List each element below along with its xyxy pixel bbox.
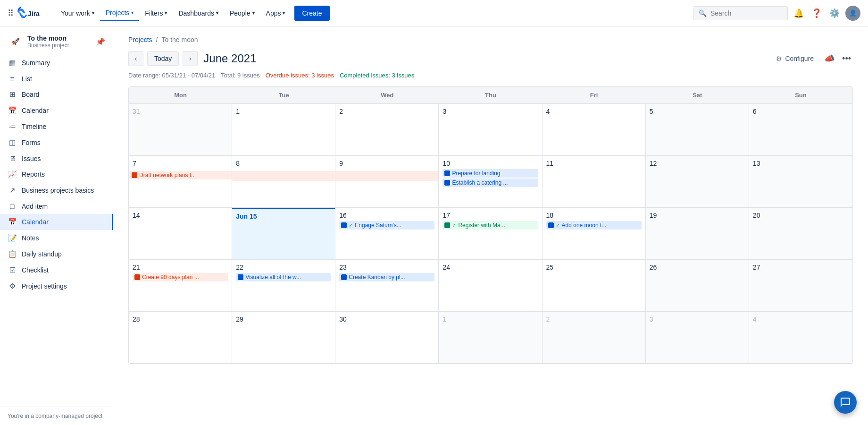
chevron-down-icon: ▾ xyxy=(252,10,255,16)
event-text: Prepare for landing xyxy=(452,170,536,177)
board-icon: ⊞ xyxy=(8,90,17,99)
sidebar-item-notes[interactable]: 📝 Notes xyxy=(0,230,113,246)
sidebar-item-business-projects[interactable]: ↗ Business projects basics xyxy=(0,182,113,198)
event-prepare-landing[interactable]: Prepare for landing xyxy=(442,169,538,178)
cal-day-28[interactable]: 28 xyxy=(129,312,232,364)
cal-day-1-jul[interactable]: 1 xyxy=(439,312,542,364)
event-kanban[interactable]: Create Kanban by pl... xyxy=(339,273,434,281)
nav-people[interactable]: People ▾ xyxy=(224,6,260,21)
sidebar-item-timeline[interactable]: ≔ Timeline xyxy=(0,119,113,135)
next-month-button[interactable]: › xyxy=(183,51,198,66)
cal-day-15[interactable]: Jun 15 xyxy=(232,208,335,260)
nav-apps[interactable]: Apps ▾ xyxy=(260,6,291,21)
cal-day-10[interactable]: 10 Prepare for landing Establish a cater… xyxy=(439,156,542,208)
sidebar-item-daily-standup[interactable]: 📋 Daily standup xyxy=(0,246,113,262)
weekday-fri: Fri xyxy=(542,87,646,103)
event-establish-catering[interactable]: Establish a catering ... xyxy=(442,178,538,187)
nav-filters[interactable]: Filters ▾ xyxy=(139,6,173,21)
settings-button[interactable]: ⚙️ xyxy=(827,6,842,20)
sidebar-item-list[interactable]: ≡ List xyxy=(0,71,113,86)
event-register-ma[interactable]: ✓ Register with Ma... xyxy=(442,221,538,230)
nav-projects[interactable]: Projects ▾ xyxy=(100,5,140,21)
event-draft-network[interactable]: Draft network plans f... xyxy=(129,171,232,179)
cal-day-21[interactable]: 21 Create 90 days plan ... xyxy=(129,260,232,312)
cal-day-18[interactable]: 18 ✓ Add one moon t... xyxy=(542,208,646,260)
cal-day-31-may[interactable]: 31 xyxy=(129,104,232,156)
sidebar-item-forms[interactable]: ◫ Forms xyxy=(0,135,113,151)
cal-day-17[interactable]: 17 ✓ Register with Ma... xyxy=(439,208,542,260)
topnav: ⠿ Jira Your work ▾ Projects ▾ Filters ▾ xyxy=(0,0,868,26)
event-create-90-days[interactable]: Create 90 days plan ... xyxy=(133,273,228,281)
cal-day-24[interactable]: 24 xyxy=(439,260,542,312)
app-body: 🚀 To the moon Business project 📌 ▦ Summa… xyxy=(0,26,868,425)
more-button[interactable]: ••• xyxy=(840,52,853,66)
event-checkbox xyxy=(341,274,347,280)
cal-day-4[interactable]: 4 xyxy=(542,104,646,156)
cal-day-26[interactable]: 26 xyxy=(646,260,749,312)
cal-day-1[interactable]: 1 xyxy=(232,104,335,156)
cal-day-22[interactable]: 22 Visualize all of the w... xyxy=(232,260,335,312)
event-span-mid-1 xyxy=(232,171,335,181)
cal-day-2[interactable]: 2 xyxy=(335,104,439,156)
calendar-grid: Mon Tue Wed Thu Fri Sat Sun 31 1 2 xyxy=(128,86,853,364)
breadcrumb-projects[interactable]: Projects xyxy=(128,36,152,43)
notifications-button[interactable]: 🔔 xyxy=(792,6,806,20)
cal-day-12[interactable]: 12 xyxy=(646,156,749,208)
cal-day-27[interactable]: 27 xyxy=(749,260,852,312)
nav-your-work[interactable]: Your work ▾ xyxy=(55,6,100,21)
cal-day-3[interactable]: 3 xyxy=(439,104,542,156)
event-visualize[interactable]: Visualize all of the w... xyxy=(236,273,331,281)
sidebar-item-board[interactable]: ⊞ Board xyxy=(0,86,113,102)
search-box[interactable]: 🔍 xyxy=(693,6,788,20)
sidebar-item-calendar-top[interactable]: 📅 Calendar xyxy=(0,102,113,119)
cal-day-5[interactable]: 5 xyxy=(646,104,749,156)
sidebar-item-calendar[interactable]: 📅 Calendar xyxy=(0,214,113,230)
cal-day-9[interactable]: 9 xyxy=(335,156,439,208)
event-add-moon[interactable]: ✓ Add one moon t... xyxy=(546,221,642,230)
cal-day-11[interactable]: 11 xyxy=(542,156,646,208)
search-input[interactable] xyxy=(710,9,783,17)
configure-button[interactable]: ⚙ Configure xyxy=(771,52,818,65)
sidebar-item-checklist[interactable]: ☑ Checklist xyxy=(0,262,113,278)
grid-icon[interactable]: ⠿ xyxy=(8,8,14,18)
cal-day-8[interactable]: 8 xyxy=(232,156,335,208)
cal-day-7[interactable]: 7 Draft network plans f... xyxy=(129,156,232,208)
sidebar-item-add-item[interactable]: □ Add item xyxy=(0,198,113,214)
prev-month-button[interactable]: ‹ xyxy=(128,51,143,66)
cal-day-2-jul[interactable]: 2 xyxy=(542,312,646,364)
nav-dashboards[interactable]: Dashboards ▾ xyxy=(173,6,224,21)
weekday-mon: Mon xyxy=(129,87,232,103)
pin-button[interactable]: 📌 xyxy=(96,37,105,46)
cal-day-13[interactable]: 13 xyxy=(749,156,852,208)
main-content: Projects / To the moon ‹ Today › June 20… xyxy=(113,26,868,425)
event-engage-saturn[interactable]: ✓ Engage Saturn's... xyxy=(339,221,434,230)
today-button[interactable]: Today xyxy=(147,51,179,66)
jira-logo[interactable]: Jira xyxy=(17,7,46,20)
help-button[interactable]: ❓ xyxy=(810,6,824,20)
cal-day-4-jul[interactable]: 4 xyxy=(749,312,852,364)
breadcrumb: Projects / To the moon xyxy=(128,36,853,43)
cal-day-29[interactable]: 29 xyxy=(232,312,335,364)
event-text: Establish a catering ... xyxy=(452,179,536,186)
weekday-headers: Mon Tue Wed Thu Fri Sat Sun xyxy=(129,87,852,104)
date-range-bar: Date range: 05/31/21 - 07/04/21 Total: 9… xyxy=(128,72,853,79)
sidebar-item-issues[interactable]: 🖥 Issues xyxy=(0,151,113,166)
announce-button[interactable]: 📣 xyxy=(822,51,836,66)
cal-day-23[interactable]: 23 Create Kanban by pl... xyxy=(335,260,439,312)
cal-day-19[interactable]: 19 xyxy=(646,208,749,260)
cal-day-16[interactable]: 16 ✓ Engage Saturn's... xyxy=(335,208,439,260)
sidebar-item-reports[interactable]: 📈 Reports xyxy=(0,166,113,182)
sidebar-item-project-settings[interactable]: ⚙ Project settings xyxy=(0,278,113,294)
sidebar-footer: You're in a company-managed project xyxy=(0,407,113,425)
chat-fab[interactable] xyxy=(834,391,857,414)
cal-day-25[interactable]: 25 xyxy=(542,260,646,312)
cal-day-14[interactable]: 14 xyxy=(129,208,232,260)
cal-day-3-jul[interactable]: 3 xyxy=(646,312,749,364)
cal-day-20[interactable]: 20 xyxy=(749,208,852,260)
cal-day-30[interactable]: 30 xyxy=(335,312,439,364)
cal-day-6[interactable]: 6 xyxy=(749,104,852,156)
user-avatar[interactable]: 👤 xyxy=(845,6,860,21)
sidebar-item-summary[interactable]: ▦ Summary xyxy=(0,55,113,71)
list-icon: ≡ xyxy=(8,75,17,83)
create-button[interactable]: Create xyxy=(294,6,329,21)
